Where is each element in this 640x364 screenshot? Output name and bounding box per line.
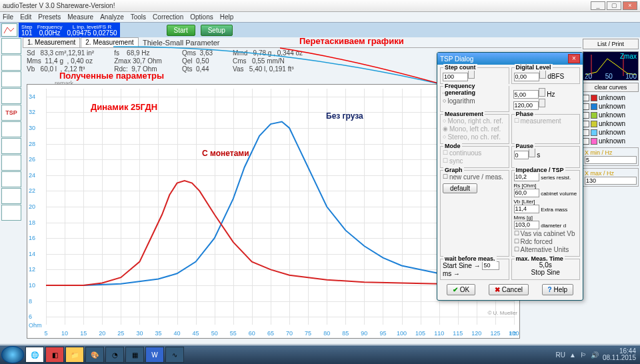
menu-tools[interactable]: Tools xyxy=(131,13,146,21)
tsp-dialog[interactable]: TSP Dialog × Step count Digital Level dB… xyxy=(437,52,583,301)
tool-1[interactable] xyxy=(1,38,21,54)
tool-8[interactable] xyxy=(1,171,21,187)
legend-item[interactable]: unknown xyxy=(583,102,639,111)
left-toolbar: TSP xyxy=(0,37,23,344)
annotation-speaker: Динамик 25ГДН xyxy=(91,102,157,112)
spin-icon[interactable] xyxy=(468,70,475,79)
menu-file[interactable]: File xyxy=(3,13,13,21)
window-titlebar: audioTester V 3.0 Shareware-Version! _ ▢… xyxy=(0,0,640,12)
clear-curves-button[interactable]: clear curves xyxy=(583,83,639,92)
app-title: audioTester V 3.0 Shareware-Version! xyxy=(3,2,115,9)
menu-help[interactable]: Help xyxy=(220,13,234,21)
radio-log[interactable]: ○ logarithm xyxy=(443,97,507,105)
tool-5[interactable] xyxy=(1,121,21,137)
taskbar-word-icon[interactable]: W xyxy=(145,347,164,363)
taskbar[interactable]: 🌐 ◧ 📁 🎨 ◔ ▦ W ∿ RU▲🏳🔊 16:4408.11.2015 xyxy=(0,345,640,364)
menu-measure[interactable]: Measure xyxy=(67,13,93,21)
legend-item[interactable]: unknown xyxy=(583,137,639,145)
setup-button[interactable]: Setup xyxy=(201,25,233,36)
list-print-button[interactable]: List / Print xyxy=(583,39,639,49)
xmax-box: X max / Hz xyxy=(583,168,639,187)
menu-analyze[interactable]: Analyze xyxy=(100,13,124,21)
taskbar-app2-icon[interactable]: 🎨 xyxy=(85,347,104,363)
stepcount-input[interactable] xyxy=(443,73,468,81)
menu-bar: File Edit Presets Measure Analyze Tools … xyxy=(0,12,640,23)
tab-measurement-2[interactable]: 2. Measurement xyxy=(81,37,138,47)
diglevel-input[interactable] xyxy=(514,73,539,81)
start-button[interactable]: Start xyxy=(167,25,195,36)
xmax-input[interactable] xyxy=(585,177,637,185)
tool-tsp[interactable]: TSP xyxy=(1,105,21,121)
right-panel: List / Print Zmax 2050100 clear curves u… xyxy=(581,37,640,344)
annotation-drag: Перетаскиваем графики xyxy=(299,36,404,46)
dialog-titlebar[interactable]: TSP Dialog × xyxy=(437,53,583,65)
taskbar-explorer-icon[interactable]: 📁 xyxy=(65,347,84,363)
legend-item[interactable]: unknown xyxy=(583,119,639,128)
check-newcurve[interactable]: ☐ new curve / meas. xyxy=(443,173,507,181)
menu-options[interactable]: Options xyxy=(190,13,213,21)
pause-input[interactable] xyxy=(514,151,529,159)
legend-item[interactable]: unknown xyxy=(583,111,639,119)
tab-measurement-1[interactable]: 1. Measurement xyxy=(23,37,80,47)
help-button[interactable]: ?Help xyxy=(542,284,574,295)
xmin-box: X min / Hz xyxy=(583,147,639,166)
legend-item[interactable]: unknown xyxy=(583,128,639,137)
freq-to-input[interactable] xyxy=(513,101,539,110)
ok-button[interactable]: ✔OK xyxy=(447,284,475,295)
taskbar-audiotester-icon[interactable]: ∿ xyxy=(165,347,184,363)
menu-correction[interactable]: Correction xyxy=(153,13,183,21)
cancel-button[interactable]: ✖Cancel xyxy=(489,284,529,295)
taskbar-app1-icon[interactable]: ◧ xyxy=(45,347,64,363)
annotation-noload: Без груза xyxy=(326,111,363,121)
tool-3[interactable] xyxy=(1,71,21,87)
default-button[interactable]: default xyxy=(443,183,477,193)
annotation-params: Полученные параметры xyxy=(59,71,164,81)
toolbar-row: Step101 Frequency0,00Hz L inp. level/FS … xyxy=(0,23,640,37)
freq-from-input[interactable] xyxy=(513,90,539,99)
tool-4[interactable] xyxy=(1,88,21,104)
menu-presets[interactable]: Presets xyxy=(38,13,61,21)
system-tray[interactable]: RU▲🏳🔊 16:4408.11.2015 xyxy=(556,348,639,361)
tool-10[interactable] xyxy=(1,205,21,221)
tool-icon[interactable] xyxy=(1,23,17,37)
taskbar-chrome-icon[interactable]: 🌐 xyxy=(25,347,44,363)
legend-item[interactable]: unknown xyxy=(583,93,639,102)
menu-edit[interactable]: Edit xyxy=(20,13,31,21)
dialog-close-icon[interactable]: × xyxy=(568,54,580,63)
maximize-button[interactable]: ▢ xyxy=(607,1,621,10)
xmin-input[interactable] xyxy=(585,156,637,164)
taskbar-steam-icon[interactable]: ◔ xyxy=(105,347,124,363)
copyright: © U. Mueller xyxy=(487,310,517,316)
step-readout: Step101 Frequency0,00Hz L inp. level/FS … xyxy=(19,23,120,37)
annotation-coins: С монетами xyxy=(202,149,249,158)
close-button[interactable]: × xyxy=(623,1,637,10)
param-title: Thiele-Small Parameter xyxy=(143,39,220,47)
mini-zmax-graph: Zmax 2050100 xyxy=(583,51,639,81)
tool-2[interactable] xyxy=(1,55,21,71)
start-orb-icon[interactable] xyxy=(1,346,24,363)
tool-9[interactable] xyxy=(1,188,21,204)
minimize-button[interactable]: _ xyxy=(591,1,605,10)
taskbar-app3-icon[interactable]: ▦ xyxy=(125,347,144,363)
tool-7[interactable] xyxy=(1,155,21,171)
tool-6[interactable] xyxy=(1,138,21,154)
y-axis-label: Ohm xyxy=(29,322,42,329)
